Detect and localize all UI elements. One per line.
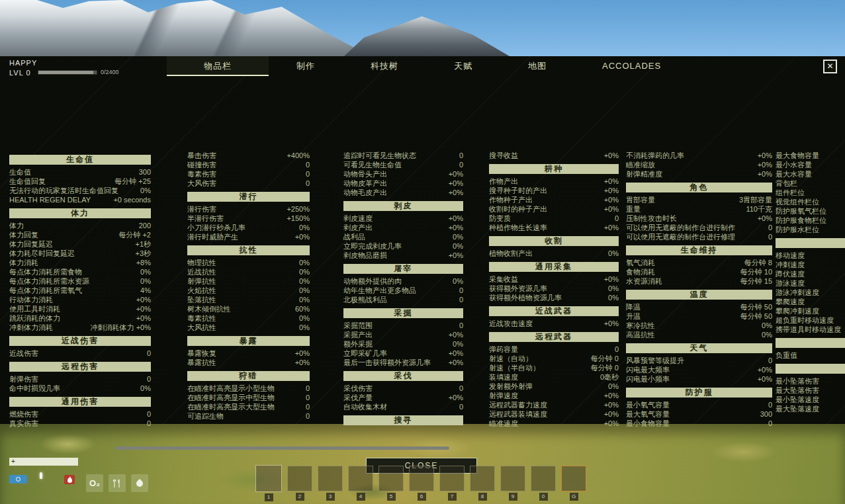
stat-row: 种植作物生长速率+0% [489, 223, 619, 232]
tab-1[interactable]: 物品栏 [167, 56, 269, 76]
stat-row: 防护服食物栏位 [776, 216, 845, 225]
tab-3[interactable]: 科技树 [343, 56, 426, 76]
stat-row: 最大水容量 [776, 169, 845, 179]
stat-row: 在瞄准时高亮显示小型生物0 [187, 384, 310, 393]
stat-label: 射速（自动） [489, 354, 533, 363]
stat-row: 动物额外提供的肉0% [343, 276, 463, 286]
stat-row: 立即采矿几率+0% [343, 349, 463, 358]
stat-label: 采伐伤害 [343, 384, 373, 393]
stat-row: 寒冷抗性0% [626, 321, 772, 330]
stat-row: 每点体力消耗所需水资源0% [9, 276, 151, 286]
stat-label: 生命值 [9, 167, 31, 177]
hotbar-slot-key: 6 [418, 493, 426, 501]
hotbar-slot-box[interactable] [439, 466, 465, 491]
hotbar-slot-box[interactable] [561, 466, 586, 491]
stat-label: 发射额外射弹 [489, 382, 533, 391]
stat-value: 0 [459, 151, 463, 160]
stat-value: 0% [299, 267, 310, 276]
hotbar-slot-box[interactable] [470, 466, 495, 491]
stat-row: 最小氧气容量0 [626, 400, 772, 409]
stat-row: 瞄准缩放+0% [626, 160, 772, 169]
stat-label: 采掘范围 [343, 321, 373, 330]
hotbar-slot-box[interactable] [409, 466, 434, 491]
stat-row: 近战抗性0% [187, 267, 310, 276]
close-icon[interactable]: ✕ [823, 60, 837, 73]
stat-value: 0 [615, 345, 619, 354]
stat-row: 剥皮产出+0% [343, 223, 463, 232]
stat-label: 毒素伤害 [187, 169, 216, 179]
tab-2[interactable]: 制作 [269, 56, 343, 76]
stat-value: +0% [758, 374, 772, 384]
stat-value: 300 [760, 409, 772, 419]
hotbar-slot-9: 9 [500, 466, 525, 501]
stat-row: 采掘范围0 [343, 321, 463, 330]
tab-6[interactable]: ACCOLADES [574, 56, 689, 76]
stat-label: 高温抗性 [626, 330, 655, 339]
stat-label: 攀爬冲刺速度 [776, 306, 819, 315]
stat-value: 0% [608, 284, 619, 293]
stat-row: 大风抗性0% [187, 323, 310, 332]
stat-label: 北极熊战利品 [343, 295, 387, 304]
stat-row: 最大食物容量 [776, 151, 845, 160]
tab-5[interactable]: 地图 [500, 56, 574, 76]
stat-label: 无法行动的玩家复活时生命值回复 [9, 186, 118, 195]
stat-label: 立即采矿几率 [343, 349, 387, 358]
stat-row: 最小水容量 [776, 160, 845, 169]
mountain-center [344, 12, 510, 56]
stat-row: 水资源消耗每分钟 15 [626, 276, 772, 286]
hotbar-slot-box[interactable] [378, 466, 404, 491]
hotbar-slot-key: G [570, 493, 578, 501]
stat-value: +0% [449, 179, 463, 188]
stat-value: +0% [604, 186, 619, 195]
player-status-icon [16, 477, 21, 482]
stat-value: +0% [136, 304, 151, 314]
hotbar-slot-1: 1 [255, 466, 282, 501]
hotbar-slot-box[interactable] [318, 466, 343, 491]
stat-value: 3胃部容量 [739, 195, 772, 204]
stat-label: 射弹伤害 [9, 374, 38, 384]
section-header: 体力 [9, 208, 151, 218]
stat-row: 火焰抗性0% [187, 286, 310, 295]
stat-row: 防护服氧气栏位 [776, 206, 845, 216]
stat-row: 体力耗尽时回复延迟+3秒 [9, 249, 151, 258]
stat-value: +0% [758, 160, 772, 169]
stat-value: 0 [459, 286, 463, 295]
stat-row: 搜寻种子时的产出+0% [489, 186, 619, 195]
stat-row: 最大氧气容量300 [626, 409, 772, 419]
tab-4[interactable]: 天赋 [426, 56, 500, 76]
status-badge-blue [9, 475, 27, 483]
stat-row: 体力消耗+8% [9, 258, 151, 267]
stat-value: 110千克 [746, 204, 772, 214]
stat-label: 体力回复延迟 [9, 239, 53, 249]
stat-row: 战利品0% [343, 232, 463, 241]
stat-label: 获得额外植物资源几率 [489, 293, 562, 302]
stat-row: 命中时损毁几率0% [9, 384, 151, 393]
stat-label: 重量 [626, 204, 641, 214]
stat-value: 60% [295, 304, 310, 314]
stat-label: 可以使用无遮蔽的制作台进行修理 [626, 232, 735, 241]
stat-label: 水资源消耗 [626, 276, 662, 286]
hotbar-slot-box[interactable] [531, 466, 556, 491]
stat-row: 可以使用无遮蔽的制作台进行修理0 [626, 232, 772, 241]
stat-row: 风暴预警等级提升0 [626, 356, 772, 365]
hotbar-slot-8: 8 [470, 466, 495, 501]
stat-row: 射弹精准度+0% [626, 169, 772, 179]
section-header: 潜行 [187, 192, 310, 202]
section-header: 采掘 [343, 308, 463, 318]
stat-label: 搜寻收益 [489, 151, 518, 160]
stat-value: 0 [147, 419, 151, 428]
horizontal-scrollbar-thumb[interactable] [115, 446, 449, 450]
stat-value: +0% [604, 319, 619, 328]
stat-value: 0 [768, 400, 772, 409]
horizontal-scrollbar-track[interactable] [9, 446, 770, 450]
stat-row: 植物收割产出0% [489, 249, 619, 258]
hotbar-slot-box[interactable] [348, 466, 373, 491]
stat-label: 坠落抗性 [187, 295, 216, 304]
stat-row: 采掘产出+0% [343, 330, 463, 339]
chat-input[interactable]: + [9, 458, 78, 466]
hotbar-slot-box[interactable] [500, 466, 525, 491]
stat-value: +0% [604, 400, 619, 409]
hotbar-slot-box[interactable] [255, 465, 282, 492]
hotbar-slot-box[interactable] [287, 466, 312, 491]
stat-value: 0% [140, 384, 151, 393]
